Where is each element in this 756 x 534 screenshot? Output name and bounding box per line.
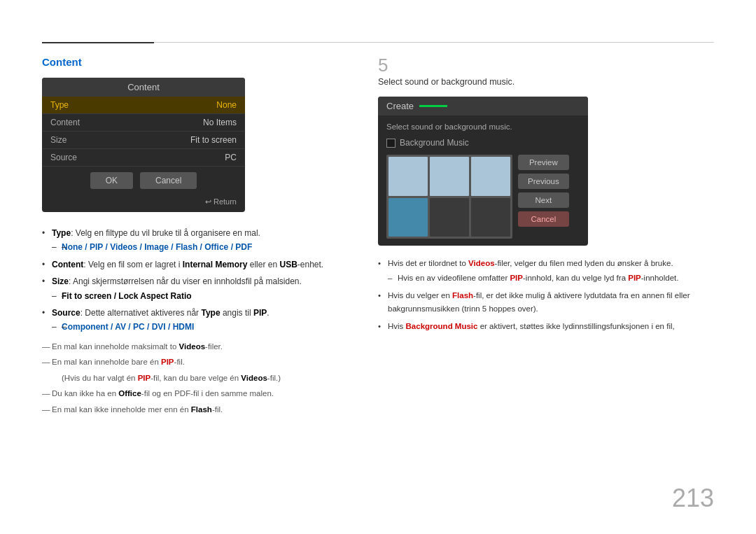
create-buttons: Preview Previous Next Cancel [518, 155, 569, 239]
note-2: En mal kan inneholde bare én PIP-fil. [42, 356, 350, 370]
dialog-type-row: Type None [42, 97, 245, 114]
note-1: En mal kan inneholde maksimalt to Videos… [42, 340, 350, 354]
bullet-source: Source: Dette alternativet aktiveres når… [42, 306, 350, 335]
type-value: None [216, 100, 237, 110]
checkbox-row: Background Music [386, 138, 580, 148]
right-bullet-1: Hvis det er tilordnet to Videos-filer, v… [378, 257, 700, 285]
left-bullets: Type: Velg en filtype du vil bruke til å… [42, 226, 350, 416]
source-label: Source [50, 153, 77, 162]
thumb-4 [388, 198, 428, 237]
thumb-1 [388, 157, 428, 196]
content-dialog: Content Type None Content No Items Size … [42, 78, 245, 212]
size-value: Fit to screen [190, 135, 237, 145]
cancel-create-button[interactable]: Cancel [518, 211, 569, 227]
cancel-button[interactable]: Cancel [140, 172, 197, 189]
return-label: Return [214, 197, 237, 206]
dialog-title: Content [42, 78, 245, 97]
right-bullet-3: Hvis Background Music er aktivert, støtt… [378, 320, 700, 333]
dialog-size-row: Size Fit to screen [42, 132, 245, 149]
top-accent [42, 42, 154, 43]
ok-button[interactable]: OK [90, 172, 133, 189]
step-desc: Select sound or background music. [378, 77, 714, 87]
create-inner-desc: Select sound or background music. [386, 122, 580, 131]
bullet-type: Type: Velg en filtype du vil bruke til å… [42, 226, 350, 255]
size-label: Size [50, 135, 66, 145]
background-music-label: Background Music [400, 138, 469, 148]
return-arrow-icon: ↩ [205, 197, 211, 206]
previous-button[interactable]: Previous [518, 174, 569, 189]
source-value: PC [225, 153, 237, 162]
right-bullet-1-sub: – Hvis en av videofilene omfatter PIP-in… [388, 272, 700, 285]
dialog-source-row: Source PC [42, 149, 245, 167]
dialog-buttons: OK Cancel [42, 167, 245, 195]
section-title: Content [42, 56, 350, 68]
bullet-size: Size: Angi skjermstørrelsen når du viser… [42, 274, 350, 303]
thumb-6 [471, 198, 510, 237]
return-row: ↩ Return [42, 195, 245, 212]
right-bullets: Hvis det er tilordnet to Videos-filer, v… [378, 257, 700, 333]
thumb-2 [430, 157, 469, 196]
left-column: Content Content Type None Content No Ite… [42, 56, 350, 419]
create-body: Select sound or background music. Backgr… [378, 115, 588, 246]
step-number: 5 [378, 56, 714, 74]
type-label: Type [50, 100, 69, 110]
right-bullet-2: Hvis du velger en Flash-fil, er det ikke… [378, 289, 700, 316]
create-title: Create [386, 101, 414, 111]
thumbnail-grid [386, 155, 512, 239]
background-music-checkbox[interactable] [386, 139, 396, 148]
create-title-bar: Create [378, 97, 588, 115]
thumb-5 [430, 198, 469, 237]
right-column: 5 Select sound or background music. Crea… [378, 56, 714, 335]
content-label: Content [50, 118, 80, 127]
preview-button[interactable]: Preview [518, 155, 569, 170]
page-number: 213 [672, 484, 714, 513]
content-value: No Items [203, 118, 237, 127]
next-button[interactable]: Next [518, 192, 569, 208]
dialog-content-row: Content No Items [42, 114, 245, 132]
create-dialog: Create Select sound or background music.… [378, 97, 588, 246]
create-title-accent [419, 105, 447, 107]
note-3: Du kan ikke ha en Office-fil og en PDF-f… [42, 387, 350, 401]
note-2b: (Hvis du har valgt én PIP-fil, kan du ba… [42, 372, 350, 386]
bullet-content: Content: Velg en fil som er lagret i Int… [42, 258, 350, 272]
thumb-3 [471, 157, 510, 196]
create-main-area: Preview Previous Next Cancel [386, 155, 580, 239]
note-4: En mal kan ikke inneholde mer enn én Fla… [42, 403, 350, 417]
